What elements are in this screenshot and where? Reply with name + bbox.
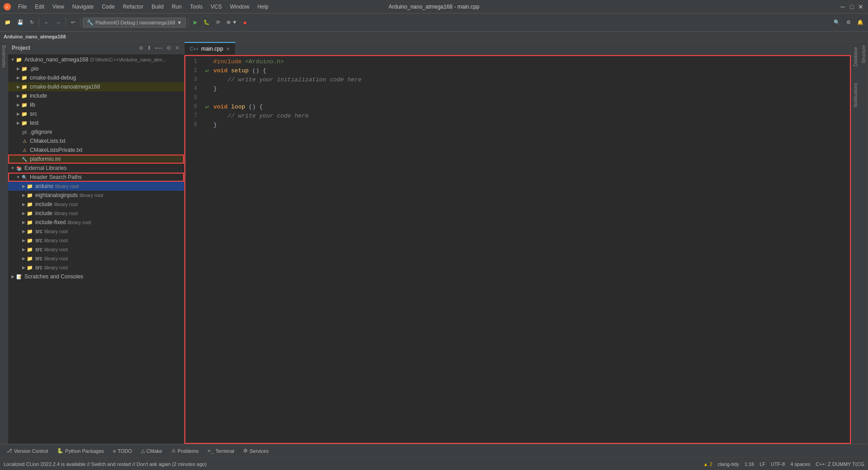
close-button[interactable]: ✕ (857, 3, 864, 10)
folder-include-icon: 📁 (21, 92, 28, 99)
file-git-icon: git (21, 128, 28, 136)
chevron-down-icon: ▼ (10, 165, 15, 171)
stop-button[interactable]: ■ (241, 16, 249, 29)
tree-arduino[interactable]: ▶ 📁 arduino library root (8, 182, 184, 191)
tree-include-fixed[interactable]: ▶ 📁 include-fixed library root (8, 218, 184, 227)
tree-src[interactable]: ▶ 📁 src (8, 109, 184, 118)
toolbar-undo-btn[interactable]: ↩ (68, 16, 78, 29)
settings-btn[interactable]: ⚙ (844, 16, 854, 29)
tree-lib[interactable]: ▶ 📁 lib (8, 100, 184, 109)
run-config-selector[interactable]: 🔧 PlatformIO Debug | nanoatmega168 ▼ (83, 18, 186, 28)
tab-services[interactable]: ⚙ Services (239, 446, 273, 456)
notifications-label[interactable]: Notifications (852, 79, 859, 111)
menu-code[interactable]: Code (98, 2, 118, 11)
code-line-8: 8 } (184, 120, 851, 129)
bookmarks-label[interactable]: Bookmarks (1, 45, 6, 68)
tree-platformio[interactable]: ▶ 🔧 platformio.ini (8, 155, 184, 164)
panel-collapse-btn[interactable]: ⬆ (146, 44, 152, 52)
tree-gitignore[interactable]: ▶ git .gitignore (8, 127, 184, 136)
editor-content[interactable]: 1 #include <Arduino.h> 2 ↩ void s (184, 55, 851, 444)
chevron-right-icon: ▶ (15, 93, 21, 99)
tree-src2[interactable]: ▶ 📁 src library root (8, 236, 184, 245)
tree-eightanaloginputs[interactable]: ▶ 📁 eightanaloginputs library root (8, 191, 184, 200)
tree-src5-label: src (35, 264, 42, 271)
cmake-tab-icon: △ (141, 448, 145, 454)
debug-button[interactable]: 🐛 (201, 16, 212, 29)
code-editor[interactable]: 1 #include <Arduino.h> 2 ↩ void s (184, 55, 851, 444)
chevron-right-icon: ▶ (21, 265, 26, 270)
menu-window[interactable]: Window (226, 2, 253, 11)
folder-src1-icon: 📁 (26, 228, 33, 235)
tree-include2[interactable]: ▶ 📁 include library root (8, 209, 184, 218)
panel-toolbar: ⊕ ⬆ ⟵ ⚙ ✕ (138, 44, 180, 52)
menu-run[interactable]: Run (168, 2, 185, 11)
tree-include[interactable]: ▶ 📁 include (8, 91, 184, 100)
profile-button[interactable]: ⟳ (213, 16, 223, 29)
menu-vcs[interactable]: VCS (207, 2, 226, 11)
toolbar-sep1 (39, 18, 39, 27)
run-button[interactable]: ▶ (191, 16, 200, 29)
main-area: Bookmarks Project ⊕ ⬆ ⟵ ⚙ ✕ ▼ 📁 Arduino_… (0, 42, 868, 444)
panel-scroll-btn[interactable]: ⟵ (154, 44, 164, 52)
chevron-right-icon: ▶ (10, 274, 15, 279)
tree-header-search-paths[interactable]: ▼ 🔍 Header Search Paths (8, 173, 184, 182)
panel-add-btn[interactable]: ⊕ (138, 44, 144, 52)
chevron-right-icon: ▶ (15, 120, 21, 126)
toolbar-open-btn[interactable]: 📁 (2, 16, 14, 29)
tree-cmake-nano[interactable]: ▶ 📁 cmake-build-nanoatmega168 (8, 82, 184, 91)
code-line-6: 6 ↩ void loop () { (184, 102, 851, 111)
toolbar-refresh-btn[interactable]: ↻ (27, 16, 37, 29)
tab-close-icon[interactable]: ✕ (226, 47, 230, 52)
tree-scratches-label: Scratches and Consoles (24, 273, 83, 280)
tree-scratches[interactable]: ▶ 📝 Scratches and Consoles (8, 272, 184, 281)
project-panel-title: Project (12, 45, 30, 51)
more-run-btn[interactable]: ⊕ ▼ (224, 16, 240, 29)
tab-todo[interactable]: ≡ TODO (108, 446, 137, 456)
tree-cmake-debug[interactable]: ▶ 📁 cmake-build-debug (8, 73, 184, 82)
tree-pio[interactable]: ▶ 📁 .pio (8, 64, 184, 73)
menu-build[interactable]: Build (148, 2, 167, 11)
tab-python-packages[interactable]: 🐍 Python Packages (52, 446, 108, 456)
tree-src3[interactable]: ▶ 📁 src library root (8, 245, 184, 254)
tab-problems[interactable]: ⚠ Problems (167, 446, 203, 456)
tree-external-libs[interactable]: ▼ 📚 External Libraries (8, 164, 184, 173)
maximize-button[interactable]: □ (848, 3, 855, 10)
menu-view[interactable]: View (49, 2, 68, 11)
tree-root[interactable]: ▼ 📁 Arduino_nano_atmega168 D:\Work\C++\A… (8, 55, 184, 64)
database-label[interactable]: Database (852, 43, 859, 70)
updates-btn[interactable]: 🔔 (854, 16, 866, 29)
search-everywhere-btn[interactable]: 🔍 (831, 16, 843, 29)
tree-src1[interactable]: ▶ 📁 src library root (8, 227, 184, 236)
tree-platformio-label: platformio.ini (30, 156, 61, 162)
tree-test-label: test (30, 120, 38, 126)
tree-include-fixed-suffix: library root (67, 220, 91, 225)
structure-label[interactable]: Structure (861, 45, 866, 64)
version-control-icon: ⎇ (6, 448, 12, 454)
menu-refactor[interactable]: Refactor (119, 2, 147, 11)
menu-tools[interactable]: Tools (186, 2, 206, 11)
panel-settings-btn[interactable]: ⚙ (165, 44, 172, 52)
tab-version-control[interactable]: ⎇ Version Control (2, 446, 52, 456)
toolbar-save-btn[interactable]: 💾 (14, 16, 26, 29)
toolbar-back-btn[interactable]: ← (42, 16, 52, 29)
minimize-button[interactable]: ─ (839, 3, 846, 10)
tree-test[interactable]: ▶ 📁 test (8, 118, 184, 127)
scratches-icon: 📝 (15, 273, 23, 280)
panel-close-btn[interactable]: ✕ (174, 44, 180, 52)
tree-arduino-suffix: library root (55, 183, 79, 189)
menu-navigate[interactable]: Navigate (69, 2, 97, 11)
structure-sidebar: Structure (860, 42, 868, 444)
menu-help[interactable]: Help (254, 2, 272, 11)
tab-main-cpp[interactable]: C++ main.cpp ✕ (184, 42, 236, 55)
tab-cmake[interactable]: △ CMake (137, 446, 167, 456)
tree-cmakelists[interactable]: ▶ ⚠ CMakeLists.txt (8, 136, 184, 146)
code-line-5: 5 (184, 93, 851, 102)
tab-terminal[interactable]: >_ Terminal (203, 446, 239, 456)
tree-include1[interactable]: ▶ 📁 include library root (8, 200, 184, 209)
tree-cmakelistsprivate[interactable]: ▶ ⚠ CMakeListsPrivate.txt (8, 146, 184, 155)
menu-edit[interactable]: Edit (31, 2, 48, 11)
menu-file[interactable]: File (14, 2, 30, 11)
tree-src4[interactable]: ▶ 📁 src library root (8, 254, 184, 263)
tree-src5[interactable]: ▶ 📁 src library root (8, 263, 184, 272)
toolbar-forward-btn[interactable]: → (53, 16, 63, 29)
